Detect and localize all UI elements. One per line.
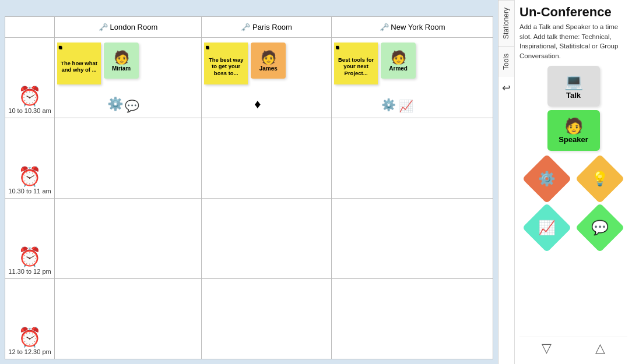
time-cell-4: ⏰ 12 to 12.30 pm bbox=[5, 279, 55, 359]
table-row: ⏰ 11.30 to 12 pm bbox=[5, 199, 493, 279]
newyork-room-label: New York Room bbox=[391, 23, 445, 31]
talk-sticky-text-paris-1: The best way to get your boss to... bbox=[206, 51, 245, 76]
speaker-miriam[interactable]: 🧑 Miriam bbox=[104, 43, 139, 79]
gear-icon-1: ⚙️ bbox=[104, 93, 126, 115]
room-header-london: 🗝️ London Room bbox=[55, 17, 202, 38]
gear-diamond-wrap: ⚙️ bbox=[522, 156, 573, 202]
speaker-card[interactable]: 🧑 Speaker bbox=[547, 110, 600, 151]
talk-sticky-london-1[interactable]: ■ The how what and why of ... bbox=[57, 43, 101, 84]
room-header-newyork: 🗝️ New York Room bbox=[332, 17, 493, 38]
right-sidebar: Stationery Tools ↩ Un-Conference Add a T… bbox=[498, 0, 632, 364]
room-header-paris: 🗝️ Paris Room bbox=[202, 17, 332, 38]
london-key-icon: 🗝️ bbox=[99, 23, 108, 31]
sidebar-tabs-column: Stationery Tools ↩ bbox=[498, 0, 515, 364]
newyork-key-icon: 🗝️ bbox=[380, 23, 389, 31]
slot-london-3[interactable] bbox=[55, 199, 202, 279]
clock-icon-3: ⏰ bbox=[18, 246, 41, 267]
slot-paris-1[interactable]: ■ The best way to get your boss to... 🧑 … bbox=[202, 38, 332, 118]
chart-diamond-wrap: 📈 bbox=[522, 204, 573, 251]
slot-paris-3[interactable] bbox=[202, 199, 332, 279]
chart-diamond-icon: 📈 bbox=[538, 220, 556, 236]
speaker-james[interactable]: 🧑 James bbox=[251, 43, 286, 79]
talk-sticky-text-ny-1: Best tools for your next Project... bbox=[336, 51, 375, 76]
bottom-navigation: ▽ △ bbox=[519, 337, 627, 359]
time-cell-1: ⏰ 10 to 10.30 am bbox=[5, 38, 55, 118]
table-row: ⏰ 10.30 to 11 am bbox=[5, 118, 493, 199]
speaker-armed[interactable]: 🧑 Armed bbox=[381, 43, 416, 79]
miriam-label: Miriam bbox=[112, 65, 131, 72]
speaker-label: Speaker bbox=[559, 135, 588, 144]
chat-diamond[interactable]: 💬 bbox=[575, 203, 624, 252]
talk-sticky-ny-1[interactable]: ■ Best tools for your next Project... bbox=[334, 43, 378, 84]
corner-header bbox=[5, 17, 55, 38]
down-arrow-button[interactable]: ▽ bbox=[542, 341, 552, 356]
slot-london-1[interactable]: ■ The how what and why of ... 🧑 Miriam ⚙… bbox=[55, 38, 202, 118]
conference-desc: Add a Talk and Speaker to a time slot. A… bbox=[519, 22, 627, 61]
chat-icon-1: 💬 bbox=[125, 99, 139, 113]
slot-ny-3[interactable] bbox=[332, 199, 493, 279]
tools-tab[interactable]: Tools bbox=[498, 46, 514, 77]
time-label-4: 12 to 12.30 pm bbox=[5, 348, 54, 355]
bulb-diamond[interactable]: 💡 bbox=[575, 154, 624, 203]
paris-room-label: Paris Room bbox=[252, 23, 292, 31]
schedule-wrap: 🗝️ London Room 🗝️ Paris Room 🗝️ New York… bbox=[5, 5, 493, 359]
table-row: ⏰ 10 to 10.30 am ■ The how what and why … bbox=[5, 38, 493, 118]
talk-sticky-paris-1[interactable]: ■ The best way to get your boss to... bbox=[204, 43, 248, 84]
time-cell-3: ⏰ 11.30 to 12 pm bbox=[5, 199, 55, 279]
time-cell-2: ⏰ 10.30 to 11 am bbox=[5, 118, 55, 199]
slot-ny-1[interactable]: ■ Best tools for your next Project... 🧑 … bbox=[332, 38, 493, 118]
paris-key-icon: 🗝️ bbox=[241, 23, 250, 31]
person-icon: 🧑 bbox=[564, 117, 583, 135]
chat-diamond-icon: 💬 bbox=[591, 220, 609, 236]
schedule-table: 🗝️ London Room 🗝️ Paris Room 🗝️ New York… bbox=[5, 16, 493, 359]
diamond-icon-paris: ♦️ bbox=[254, 97, 261, 112]
chat-diamond-wrap: 💬 bbox=[575, 204, 626, 251]
undo-button[interactable]: ↩ bbox=[498, 77, 514, 99]
slot-ny-4[interactable] bbox=[332, 279, 493, 359]
gear-icon-ny: ⚙️ bbox=[378, 95, 399, 115]
talk-label: Talk bbox=[566, 91, 581, 100]
time-label-3: 11.30 to 12 pm bbox=[5, 268, 54, 275]
undo-icon: ↩ bbox=[502, 82, 511, 94]
talk-card[interactable]: 💻 Talk bbox=[547, 66, 600, 107]
stationery-tab[interactable]: Stationery bbox=[498, 0, 514, 46]
gear-diamond[interactable]: ⚙️ bbox=[522, 154, 572, 203]
bulb-diamond-icon: 💡 bbox=[591, 171, 609, 187]
sidebar-content: Un-Conference Add a Talk and Speaker to … bbox=[515, 0, 632, 364]
app-container: 🗝️ London Room 🗝️ Paris Room 🗝️ New York… bbox=[0, 0, 632, 364]
table-row: ⏰ 12 to 12.30 pm bbox=[5, 279, 493, 359]
laptop-icon: 💻 bbox=[564, 73, 583, 91]
armed-label: Armed bbox=[389, 65, 408, 72]
gear-diamond-icon: ⚙️ bbox=[538, 171, 556, 187]
clock-icon-2: ⏰ bbox=[18, 166, 41, 187]
slot-ny-2[interactable] bbox=[332, 118, 493, 199]
slot-london-4[interactable] bbox=[55, 279, 202, 359]
clock-icon-1: ⏰ bbox=[18, 86, 41, 107]
london-room-label: London Room bbox=[110, 23, 158, 31]
slot-paris-4[interactable] bbox=[202, 279, 332, 359]
left-section: 🗝️ London Room 🗝️ Paris Room 🗝️ New York… bbox=[0, 0, 498, 364]
bulb-diamond-wrap: 💡 bbox=[575, 156, 626, 202]
time-label-2: 10.30 to 11 am bbox=[5, 188, 54, 195]
slot-paris-2[interactable] bbox=[202, 118, 332, 199]
slot-london-2[interactable] bbox=[55, 118, 202, 199]
time-label-1: 10 to 10.30 am bbox=[5, 107, 54, 114]
conference-title: Un-Conference bbox=[519, 5, 627, 20]
chart-icon-ny: 📈 bbox=[399, 99, 413, 113]
diamonds-grid: ⚙️ 💡 📈 💬 bbox=[519, 156, 627, 251]
up-arrow-button[interactable]: △ bbox=[595, 341, 605, 356]
talk-sticky-text-london-1: The how what and why of ... bbox=[59, 54, 99, 73]
chart-diamond[interactable]: 📈 bbox=[522, 203, 572, 252]
james-label: James bbox=[259, 65, 278, 72]
clock-icon-4: ⏰ bbox=[18, 327, 41, 348]
